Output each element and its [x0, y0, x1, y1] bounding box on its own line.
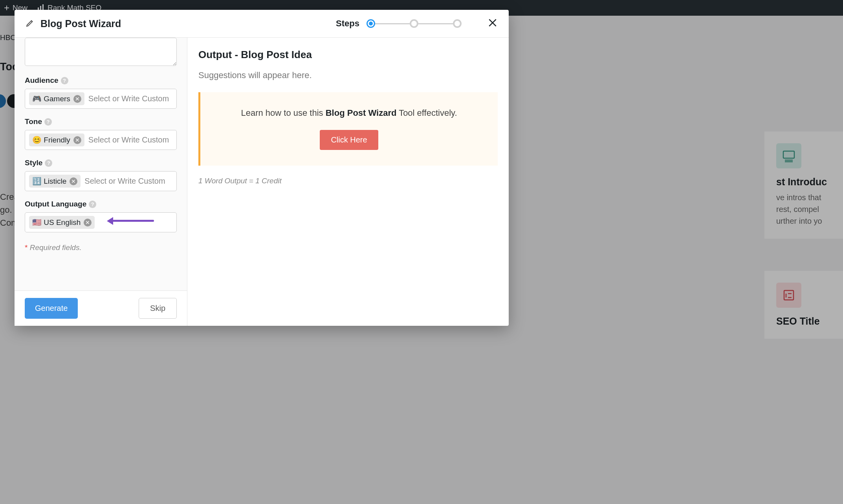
monitor-icon	[776, 143, 801, 168]
form-footer: Generate Skip	[15, 290, 187, 326]
remove-tag-button[interactable]: ✕	[73, 136, 81, 144]
pencil-icon	[26, 18, 35, 29]
audience-field: Audience ? 🎮 Gamers ✕ Select or Write Cu…	[25, 76, 177, 109]
svg-rect-6	[784, 290, 794, 300]
step-3-indicator	[453, 19, 462, 28]
audience-label: Audience	[25, 76, 59, 85]
help-icon[interactable]: ?	[89, 201, 96, 208]
topic-textarea[interactable]	[25, 38, 177, 66]
output-language-field: Output Language ? 🇺🇸 US English ✕	[25, 200, 177, 232]
tone-tag: 😊 Friendly ✕	[29, 133, 84, 146]
steps-progress	[367, 19, 462, 28]
help-icon[interactable]: ?	[61, 77, 68, 84]
modal-title: Blog Post Wizard	[40, 18, 121, 29]
annotation-arrow	[111, 220, 154, 222]
style-input[interactable]: 🔢 Listicle ✕ Select or Write Custom	[25, 171, 177, 191]
required-note: * Required fields.	[25, 243, 177, 252]
remove-tag-button[interactable]: ✕	[70, 177, 77, 185]
step-1-indicator	[367, 19, 375, 28]
style-field: Style ? 🔢 Listicle ✕ Select or Write Cus…	[25, 159, 177, 191]
output-panel: Output - Blog Post Idea Suggestions will…	[187, 38, 509, 326]
style-label: Style	[25, 159, 42, 167]
tone-input[interactable]: 😊 Friendly ✕ Select or Write Custom	[25, 130, 177, 150]
style-tag: 🔢 Listicle ✕	[29, 175, 81, 188]
remove-tag-button[interactable]: ✕	[84, 219, 92, 226]
style-placeholder: Select or Write Custom	[84, 177, 165, 186]
blog-post-wizard-modal: Blog Post Wizard Steps A	[15, 10, 509, 326]
title-icon	[776, 283, 801, 308]
svg-rect-3	[783, 151, 794, 158]
credit-note: 1 Word Output = 1 Credit	[198, 177, 498, 185]
output-language-tag: 🇺🇸 US English ✕	[29, 216, 95, 229]
svg-rect-2	[42, 4, 44, 10]
svg-rect-1	[40, 6, 41, 10]
plus-icon: +	[4, 2, 9, 13]
output-heading: Output - Blog Post Idea	[198, 49, 498, 61]
suggestions-placeholder: Suggestions will appear here.	[198, 70, 498, 80]
steps-label: Steps	[336, 18, 359, 29]
step-2-indicator	[410, 19, 418, 28]
info-callout: Learn how to use this Blog Post Wizard T…	[198, 92, 498, 166]
audience-placeholder: Select or Write Custom	[88, 94, 169, 103]
click-here-button[interactable]: Click Here	[320, 130, 378, 150]
close-button[interactable]	[487, 18, 498, 29]
generate-button[interactable]: Generate	[25, 298, 78, 319]
output-language-label: Output Language	[25, 200, 86, 208]
tone-placeholder: Select or Write Custom	[88, 135, 169, 144]
backdrop-circle-blue	[0, 94, 6, 108]
skip-button[interactable]: Skip	[139, 298, 177, 319]
bg-card-seo: SEO Title	[764, 271, 843, 339]
audience-tag: 🎮 Gamers ✕	[29, 92, 84, 105]
help-icon[interactable]: ?	[45, 159, 52, 167]
remove-tag-button[interactable]: ✕	[73, 95, 81, 103]
modal-header: Blog Post Wizard Steps	[15, 10, 509, 38]
info-text: Learn how to use this Blog Post Wizard T…	[212, 108, 486, 118]
tone-label: Tone	[25, 117, 42, 126]
output-language-input[interactable]: 🇺🇸 US English ✕	[25, 212, 177, 232]
bg-card-intro: st Introduc ve intros that rest, compel …	[764, 131, 843, 239]
form-panel: Audience ? 🎮 Gamers ✕ Select or Write Cu…	[15, 38, 187, 326]
audience-input[interactable]: 🎮 Gamers ✕ Select or Write Custom	[25, 89, 177, 109]
tone-field: Tone ? 😊 Friendly ✕ Select or Write Cust…	[25, 117, 177, 150]
help-icon[interactable]: ?	[44, 118, 52, 126]
